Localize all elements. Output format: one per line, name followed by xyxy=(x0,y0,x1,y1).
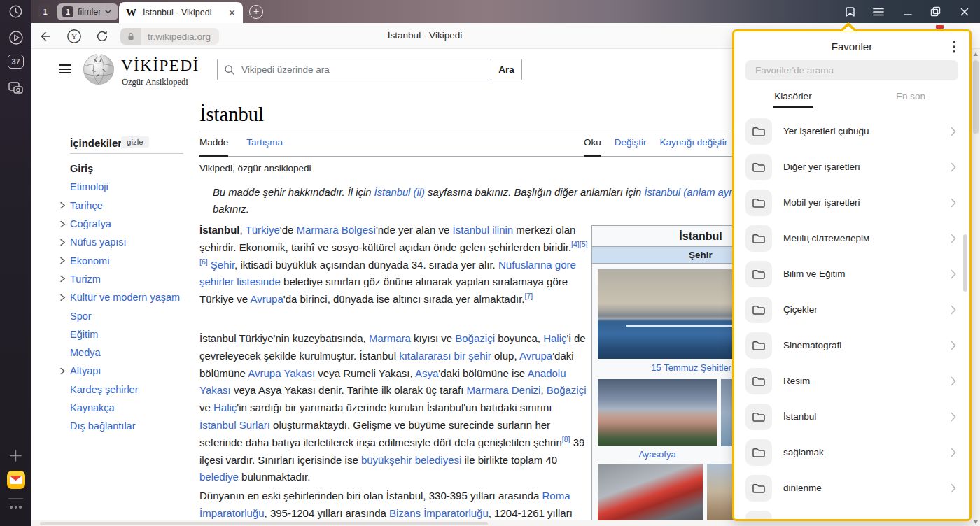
folder-item[interactable]: Mobil yer işaretleri xyxy=(734,185,969,220)
folder-item[interactable]: Sinematografi xyxy=(734,327,969,363)
toc-item[interactable]: Kaynakça xyxy=(59,399,206,417)
toc-item-label[interactable]: Eğitim xyxy=(70,329,98,340)
red-indicator xyxy=(936,25,944,29)
toc-item-label[interactable]: Altyapı xyxy=(70,365,101,376)
toc-expand-icon[interactable] xyxy=(59,367,70,375)
toc-item[interactable]: Ekonomi xyxy=(59,251,206,269)
wiki-search-box[interactable] xyxy=(217,59,491,80)
browser-menu-icon[interactable] xyxy=(870,3,887,20)
page-vertical-scrollbar[interactable] xyxy=(972,49,980,526)
wiki-search-input[interactable] xyxy=(240,64,491,76)
sidebar-more-icon[interactable] xyxy=(0,506,31,509)
article-tab[interactable]: Madde xyxy=(200,137,228,156)
add-panel-icon[interactable] xyxy=(0,449,31,462)
folder-item[interactable]: Çiçekler xyxy=(734,292,969,327)
toc-item-label[interactable]: Spor xyxy=(70,311,92,322)
folder-item[interactable]: Diğer yer işaretleri xyxy=(734,149,969,185)
toc-item-label[interactable]: Kaynakça xyxy=(70,402,115,413)
active-tab[interactable]: W İstanbul - Vikipedi ✕ xyxy=(119,2,243,23)
toc-item[interactable]: Dış bağlantılar xyxy=(59,417,206,435)
toc-item-label[interactable]: Kültür ve modern yaşam xyxy=(70,292,180,303)
toc-item[interactable]: Coğrafya xyxy=(59,215,206,233)
toc-item[interactable]: Kültür ve modern yaşam xyxy=(59,288,206,306)
article-action-tab[interactable]: Oku xyxy=(584,137,601,156)
toc-expand-icon[interactable] xyxy=(59,257,70,264)
restore-window-button[interactable] xyxy=(927,3,944,20)
ayasofya-photo[interactable] xyxy=(598,379,717,446)
wiki-main-menu-icon[interactable] xyxy=(59,64,71,73)
wikipedia-logo[interactable] xyxy=(82,52,115,89)
toc-item[interactable]: Medya xyxy=(59,343,206,362)
favorites-tab[interactable]: En son xyxy=(852,89,969,108)
toc-expand-icon[interactable] xyxy=(59,275,70,283)
folder-item-partial[interactable] xyxy=(734,506,969,521)
favorites-tab[interactable]: Klasörler xyxy=(734,89,852,108)
toc-item[interactable]: Giriş xyxy=(59,159,206,178)
toc-item[interactable]: Kardeş şehirler xyxy=(59,381,206,399)
tab-close-icon[interactable]: ✕ xyxy=(228,8,236,18)
folder-item[interactable]: Resim xyxy=(734,363,969,399)
vertical-scroll-thumb[interactable] xyxy=(973,60,979,134)
folder-name: İstanbul xyxy=(783,411,948,422)
toc-item-label[interactable]: Kardeş şehirler xyxy=(70,384,139,395)
favorites-panel-icon[interactable] xyxy=(842,3,859,20)
toc-item-label[interactable]: Medya xyxy=(70,347,101,358)
article-action-tab[interactable]: Kaynağı değiştir xyxy=(659,137,727,156)
toc-hide-button[interactable]: gizle xyxy=(121,136,149,148)
toc-item-label[interactable]: Giriş xyxy=(70,163,93,174)
tram-photo[interactable] xyxy=(598,464,703,525)
toc-item-label[interactable]: Tarihçe xyxy=(70,200,103,211)
toc-item[interactable]: Eğitim xyxy=(59,325,206,343)
minimize-button[interactable] xyxy=(899,3,916,20)
counter-badge-icon[interactable]: 37 xyxy=(0,55,31,69)
folder-item[interactable]: Yer işaretleri çubuğu xyxy=(734,113,969,149)
history-icon[interactable] xyxy=(0,4,31,19)
toc-item-label[interactable]: Etimoloji xyxy=(70,181,108,192)
toc-item-label[interactable]: Dış bağlantılar xyxy=(70,420,136,432)
folder-item[interactable]: Bilim ve Eğitim xyxy=(734,256,969,292)
kebab-menu-icon[interactable] xyxy=(948,40,960,54)
new-tab-button[interactable]: + xyxy=(249,5,263,19)
favorites-search-box[interactable] xyxy=(746,60,958,80)
toc-expand-icon[interactable] xyxy=(59,220,70,228)
screenshot-icon[interactable] xyxy=(0,80,31,95)
wikipedia-wordmark[interactable]: VİKİPEDİ xyxy=(121,57,200,75)
scroll-down-arrow[interactable] xyxy=(974,520,978,524)
close-window-button[interactable] xyxy=(956,3,973,20)
toc-expand-icon[interactable] xyxy=(59,201,70,209)
toc-item[interactable]: Tarihçe xyxy=(59,197,206,215)
toc-item[interactable]: Altyapı xyxy=(59,362,206,380)
panel-scroll-thumb[interactable] xyxy=(963,234,967,292)
toc-expand-icon[interactable] xyxy=(59,294,70,301)
toc-item-label[interactable]: Ekonomi xyxy=(70,255,109,266)
horizontal-scroll-thumb[interactable] xyxy=(40,522,488,525)
article-action-tab[interactable]: Değiştir xyxy=(615,137,647,156)
toc-expand-icon[interactable] xyxy=(59,239,70,246)
toc-item-label[interactable]: Turizm xyxy=(70,273,101,285)
article-tab[interactable]: Tartışma xyxy=(246,137,283,156)
wiki-search-button[interactable]: Ara xyxy=(491,59,522,80)
ayasofya-caption[interactable]: Ayasofya xyxy=(598,449,717,460)
scroll-up-arrow[interactable] xyxy=(974,52,978,56)
toc-item[interactable]: Etimoloji xyxy=(59,178,206,196)
tab-group-filmler[interactable]: 1 filmler xyxy=(57,3,118,20)
page-horizontal-scrollbar[interactable] xyxy=(31,520,972,526)
folder-item[interactable]: dinlenme xyxy=(734,470,969,506)
collapsed-tab-group[interactable]: 1 xyxy=(38,4,52,19)
folder-item[interactable]: İstanbul xyxy=(734,399,969,434)
folder-item[interactable]: sağlamak xyxy=(734,434,969,470)
folder-icon xyxy=(746,154,772,180)
toc-item[interactable]: Nüfus yapısı xyxy=(59,233,206,251)
toc-item[interactable]: Spor xyxy=(59,306,206,325)
chevron-right-icon xyxy=(948,234,958,243)
article-paragraph: İstanbul, Türkiye'de Marmara Bölgesi'nde… xyxy=(200,222,589,308)
folder-name: Sinematografi xyxy=(783,340,948,350)
folder-item[interactable]: Менің сілтемелерім xyxy=(734,220,969,256)
video-player-icon[interactable] xyxy=(0,30,31,45)
toc-item-label[interactable]: Nüfus yapısı xyxy=(70,236,127,248)
yandex-mail-icon[interactable] xyxy=(0,471,31,489)
folder-name: dinlenme xyxy=(783,483,948,493)
toc-item-label[interactable]: Coğrafya xyxy=(70,218,111,229)
toc-item[interactable]: Turizm xyxy=(59,270,206,288)
favorites-search-input[interactable] xyxy=(754,64,950,76)
